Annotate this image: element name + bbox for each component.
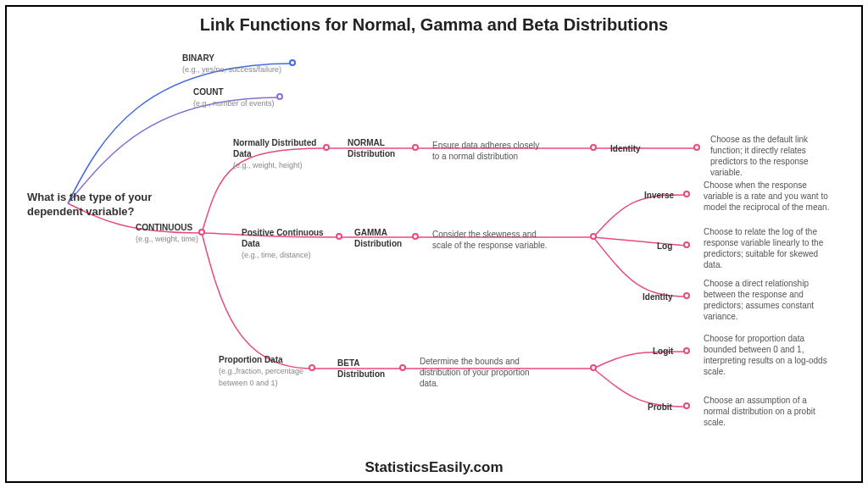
dot-normal-link <box>693 144 700 151</box>
gamma-data: Positive Continuous Data(e.g., time, dis… <box>242 227 339 261</box>
dot-normal-note <box>590 144 597 151</box>
dot-gamma-inverse <box>683 191 690 197</box>
dot-normal-data <box>323 144 330 151</box>
footer-brand: StatisticsEasily.com <box>0 459 868 476</box>
dot-gamma-data <box>336 233 342 240</box>
normal-dist: NORMALDistribution <box>348 137 395 159</box>
gamma-link-inverse: Inverse <box>644 190 674 201</box>
normal-link-desc: Choose as the default link function; it … <box>710 134 833 178</box>
branch-count: COUNT(e.g., number of events) <box>193 86 275 109</box>
root-question: What is the type of your dependent varia… <box>27 191 154 219</box>
dot-gamma-log <box>683 241 690 248</box>
branch-binary: BINARY(e.g., yes/no, success/failure) <box>182 53 281 75</box>
beta-probit-desc: Choose an assumption of a normal distrib… <box>704 395 831 428</box>
beta-note: Determine the bounds and distribution of… <box>420 356 538 389</box>
beta-link-probit: Probit <box>648 402 672 413</box>
beta-data: Proportion Data(e.g.,fraction, percentag… <box>219 354 312 388</box>
branch-continuous: CONTINUOUS(e.g., weight, time) <box>136 222 198 245</box>
gamma-log-desc: Choose to relate the log of the response… <box>704 226 831 270</box>
dot-beta-note <box>590 364 597 371</box>
normal-data: Normally Distributed Data(e.g., weight, … <box>233 137 326 171</box>
dot-count <box>276 93 283 100</box>
dot-beta-dist <box>399 364 406 371</box>
page-title: Link Functions for Normal, Gamma and Bet… <box>0 15 868 35</box>
dot-binary <box>289 59 296 66</box>
dot-beta-data <box>309 364 315 371</box>
beta-link-logit: Logit <box>653 346 673 357</box>
dot-normal-dist <box>412 144 419 151</box>
dot-beta-logit <box>683 347 690 354</box>
gamma-link-identity: Identity <box>643 291 673 302</box>
dot-continuous <box>198 229 205 236</box>
normal-link-identity: Identity <box>610 143 641 154</box>
gamma-link-log: Log <box>657 241 672 252</box>
normal-note: Ensure data adheres closely to a normal … <box>432 140 542 162</box>
beta-dist: BETADistribution <box>337 358 385 380</box>
gamma-identity-desc: Choose a direct relationship between the… <box>704 278 831 322</box>
beta-logit-desc: Choose for proportion data bounded betwe… <box>704 333 831 377</box>
gamma-note: Consider the skewness and scale of the r… <box>432 229 551 251</box>
gamma-dist: GAMMADistribution <box>354 227 402 249</box>
dot-gamma-identity <box>683 292 690 299</box>
dot-beta-probit <box>683 402 690 409</box>
dot-gamma-note <box>590 233 597 240</box>
gamma-inverse-desc: Choose when the response variable is a r… <box>704 180 831 213</box>
dot-gamma-dist <box>412 233 419 240</box>
